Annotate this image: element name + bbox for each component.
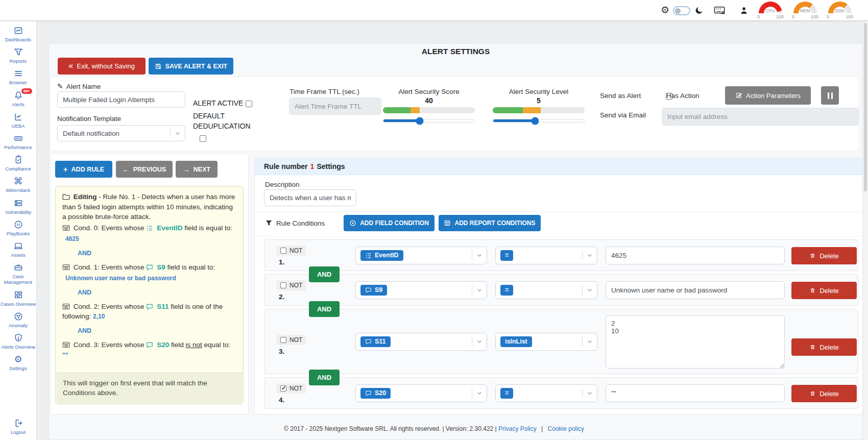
delete-condition-button[interactable]: Delete [791, 247, 857, 264]
sidebar-item-label: MitreAttack [6, 187, 31, 193]
sidebar-item-mitreattack[interactable]: ⌘ MitreAttack [1, 176, 36, 193]
delete-condition-button[interactable]: Delete [791, 385, 857, 402]
previous-rule-button[interactable]: ← PREVIOUS [116, 161, 173, 178]
email-address-input[interactable] [662, 108, 859, 126]
exit-without-saving-button[interactable]: « Exit, without Saving [58, 58, 146, 75]
sidebar-item-vulnerability[interactable]: Vulnerability [1, 198, 36, 215]
not-toggle[interactable]: NOT [277, 280, 306, 290]
trash-icon [809, 287, 816, 294]
disk-gauge: DISK 0100 [826, 2, 854, 19]
sidebar-item-anomaly[interactable]: Anomaly [1, 311, 36, 328]
alert-active-checkbox[interactable] [246, 101, 252, 107]
moon-icon[interactable] [694, 6, 704, 17]
sidebar-item-settings[interactable]: ⚙ Settings [1, 354, 36, 371]
cond-field: S11 [157, 303, 168, 310]
gear-icon[interactable]: ⚙ [661, 5, 669, 16]
chevron-down-icon [586, 252, 593, 259]
sidebar-item-playbooks[interactable]: PlayBooks [1, 219, 36, 236]
comment-icon [365, 390, 372, 396]
reports-funnel-icon [13, 47, 23, 57]
field-select[interactable]: S11 [355, 333, 487, 351]
sidebar-item-assets[interactable]: Assets [1, 241, 36, 258]
cond-prefix: Cond. 2: Events whose [74, 303, 144, 310]
field-select[interactable]: S20 [355, 384, 487, 402]
operator-select[interactable]: = [495, 384, 597, 402]
save-alert-exit-button[interactable]: SAVE ALERT & EXIT [149, 58, 233, 75]
notification-template-label: Notification Template [57, 115, 121, 123]
score-slider-thumb[interactable] [416, 117, 424, 125]
delete-condition-button[interactable]: Delete [791, 338, 857, 356]
condition-value-input[interactable] [606, 247, 785, 264]
alert-security-score: Alert Security Score 40 [383, 88, 475, 123]
field-select[interactable]: EventID [355, 247, 487, 264]
console-warning-icon[interactable] [714, 6, 726, 18]
level-slider[interactable] [493, 119, 585, 123]
sidebar-item-reports[interactable]: Reports [1, 47, 36, 64]
action-parameters-label: Action Parameters [746, 92, 801, 100]
user-profile-icon[interactable] [739, 6, 749, 17]
rule-summary-panel[interactable]: Editing - Rule No. 1 - Detects when a us… [55, 186, 244, 404]
condition-value-input[interactable] [606, 384, 785, 402]
sidebar-item-cases-overview[interactable]: Cases Overview [1, 290, 36, 307]
ordered-list-icon [146, 225, 153, 231]
alert-name-label: ✎ Alert Name [57, 82, 101, 90]
operator-select[interactable]: = [495, 281, 597, 299]
sidebar-item-dashboards[interactable]: Dashboards [1, 26, 36, 42]
report-table-icon [444, 219, 451, 227]
description-input[interactable] [264, 189, 356, 206]
not-toggle[interactable]: NOT [277, 383, 306, 394]
cpu-gauge: CPU 0100 [757, 2, 784, 19]
action-parameters-button[interactable]: Action Parameters [725, 86, 811, 105]
field-select[interactable]: S9 [355, 281, 487, 299]
delete-condition-button[interactable]: Delete [791, 282, 857, 299]
sidebar-item-alerts-overview[interactable]: Alerts Overview [1, 333, 36, 350]
rule-conditions-label: Rule Conditions [276, 219, 325, 227]
level-slider-thumb[interactable] [531, 117, 539, 125]
add-field-condition-button[interactable]: ADD FIELD CONDITION [344, 215, 435, 231]
sidebar-item-performance[interactable]: Performance [1, 133, 36, 150]
not-toggle[interactable]: NOT [277, 246, 306, 256]
not-checkbox[interactable] [280, 282, 286, 288]
anomaly-icon [13, 311, 23, 322]
add-rule-button[interactable]: + ADD RULE [55, 161, 112, 178]
add-report-conditions-button[interactable]: ADD REPORT CONDITIONS [439, 215, 541, 231]
default-deduplication-checkbox[interactable] [200, 135, 206, 142]
cond-value: Unknown user name or bad password [65, 274, 236, 283]
theme-toggle[interactable] [673, 6, 690, 15]
sidebar-item-logout[interactable]: Logout [1, 418, 36, 435]
page-scrollbar-thumb[interactable] [864, 23, 867, 191]
condition-value-input[interactable] [606, 281, 785, 299]
time-frame-ttl-input[interactable] [289, 97, 381, 115]
cond-field: S20 [157, 341, 169, 349]
operator-select[interactable]: isInList [495, 333, 597, 351]
not-toggle[interactable]: NOT [277, 335, 306, 345]
sidebar-item-alerts[interactable]: 99+ Alerts [1, 90, 36, 107]
field-pill-label: S11 [375, 338, 386, 345]
condition-value-textarea[interactable]: 2 10 [606, 315, 785, 369]
next-rule-button[interactable]: → NEXT [176, 161, 218, 178]
notification-template-select[interactable]: Default notification [57, 125, 185, 141]
double-chevron-left-icon: « [68, 62, 73, 69]
not-checkbox[interactable] [280, 248, 286, 254]
condition-row-2: NOT 2. S9 = Delete [264, 274, 858, 306]
table-list-icon [62, 341, 70, 348]
condition-summary-2: Cond. 2: Events whose S11 field is one o… [62, 302, 236, 335]
score-slider[interactable] [383, 119, 475, 123]
alert-name-input[interactable] [57, 91, 185, 108]
chevron-down-icon [476, 389, 483, 397]
operator-pill: = [500, 285, 513, 296]
sidebar-item-compliance[interactable]: Compliance [1, 155, 36, 172]
sidebar-item-browser[interactable]: Browser [1, 68, 36, 85]
cond-mid-underlined: is not [185, 341, 202, 349]
sidebar-item-ueba[interactable]: UEBA [1, 112, 36, 129]
pause-button[interactable] [821, 86, 839, 105]
sidebar-item-label: Cases Overview [1, 301, 36, 307]
privacy-policy-link[interactable]: Privacy Policy [498, 425, 537, 432]
not-checkbox[interactable] [280, 337, 286, 343]
sidebar-item-label: Compliance [5, 166, 31, 172]
trash-icon [809, 344, 816, 351]
not-checkbox[interactable] [280, 385, 286, 392]
sidebar-item-case-management[interactable]: Case Management [1, 262, 36, 285]
cookie-policy-link[interactable]: Cookie policy [548, 425, 584, 432]
operator-select[interactable]: = [495, 247, 597, 264]
